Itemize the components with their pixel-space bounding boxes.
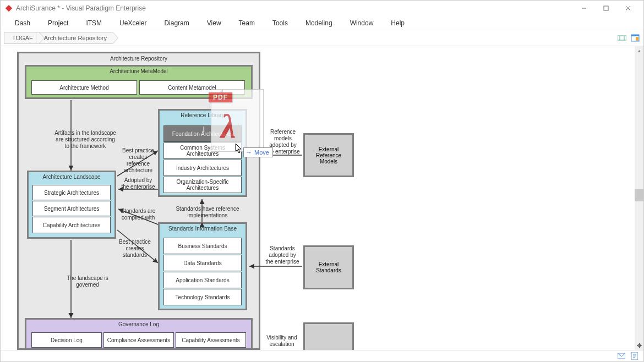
statusbar <box>1 350 643 361</box>
maximize-button[interactable] <box>595 1 617 16</box>
label-std-have-ref: Standards have reference implementations <box>174 206 241 219</box>
cell-capability-assessments[interactable]: Capability Assessments <box>176 332 246 348</box>
mail-icon[interactable] <box>617 352 626 360</box>
cell-compliance-assessments[interactable]: Compliance Assessments <box>103 332 174 348</box>
cell-technology-standards[interactable]: Technology Standards <box>163 289 242 305</box>
menu-window[interactable]: Window <box>341 17 383 29</box>
label-artifacts: Artifacts in the landscape are structure… <box>53 130 117 150</box>
cell-strategic-architectures[interactable]: Strategic Architectures <box>32 185 111 200</box>
breadcrumb: TOGAF Architecture Repository <box>1 30 643 46</box>
svg-rect-9 <box>631 35 639 36</box>
window-title: ArchiSurance * - Visual Paradigm Enterpr… <box>16 4 146 12</box>
menu-dash[interactable]: Dash <box>6 17 39 29</box>
cell-decision-log[interactable]: Decision Log <box>31 332 102 348</box>
cursor-icon <box>235 143 243 154</box>
breadcrumb-label: Architecture Repository <box>44 35 107 41</box>
label-std-compiled: Standards are compiled with <box>121 208 156 221</box>
pdf-badge: PDF <box>209 92 232 102</box>
resize-handle-icon[interactable]: ✥ <box>635 341 643 350</box>
pdf-drag-preview: PDF λ ↓ <box>211 89 264 152</box>
svg-rect-10 <box>636 37 638 41</box>
note-icon[interactable] <box>630 352 639 360</box>
vertical-scrollbar[interactable]: ▴ ▾ <box>635 46 643 350</box>
cell-architecture-method[interactable]: Architecture Method <box>31 80 137 95</box>
cell-application-standards[interactable]: Application Standards <box>163 272 242 288</box>
label-visibility: Visibility and escalation <box>265 334 299 348</box>
overview-icon[interactable] <box>617 33 627 43</box>
menu-help[interactable]: Help <box>382 17 413 29</box>
menubar: Dash Project ITSM UeXceler Diagram View … <box>1 16 643 30</box>
menu-uexceler[interactable]: UeXceler <box>111 17 155 29</box>
label-adopted: Adopted by the enterprise <box>121 177 156 190</box>
cell-business-standards[interactable]: Business Standards <box>163 238 242 254</box>
label-bestpractice-ref: Best practice creates reference architec… <box>121 147 156 174</box>
label-bestpractice-std: Best practice creates standards <box>114 239 156 259</box>
drag-tooltip: → Move <box>243 147 273 157</box>
scroll-thumb[interactable] <box>635 189 643 201</box>
drag-tooltip-label: Move <box>254 149 269 156</box>
menu-view[interactable]: View <box>198 17 230 29</box>
cell-data-standards[interactable]: Data Standards <box>163 255 242 271</box>
cell-segment-architectures[interactable]: Segment Architectures <box>32 201 111 216</box>
box-title: Governance Log <box>26 320 251 329</box>
menu-modeling[interactable]: Modeling <box>297 17 341 29</box>
app-logo-icon <box>5 4 13 12</box>
pdf-glyph-icon: λ <box>221 107 236 146</box>
canvas-wrap: Architecture Repository Architecture Met… <box>1 46 643 350</box>
label-std-adopted: Standards adopted by the enterprise <box>265 245 300 265</box>
download-arrow-icon: ↓ <box>201 123 206 135</box>
titlebar: ArchiSurance * - Visual Paradigm Enterpr… <box>1 1 643 16</box>
menu-tools[interactable]: Tools <box>264 17 297 29</box>
label-landscape-gov: The landscape is governed <box>66 275 110 288</box>
cell-capability-architectures[interactable]: Capability Architectures <box>32 217 111 233</box>
box-title: Standards Information Base <box>160 224 245 233</box>
breadcrumb-label: TOGAF <box>12 35 33 41</box>
breadcrumb-togaf[interactable]: TOGAF <box>4 32 39 44</box>
box-label: External Standards <box>307 261 350 273</box>
box-title: Architecture Landscape <box>29 172 114 182</box>
box-external-reference-models[interactable]: External Reference Models <box>303 133 354 177</box>
menu-itsm[interactable]: ITSM <box>77 17 111 29</box>
svg-marker-0 <box>6 5 12 12</box>
menu-team[interactable]: Team <box>230 17 264 29</box>
diagram-canvas[interactable]: Architecture Repository Architecture Met… <box>1 46 643 350</box>
box-external-cropped[interactable] <box>303 322 354 350</box>
panel-icon[interactable] <box>630 33 640 43</box>
box-title: Architecture MetaModel <box>26 67 251 76</box>
minimize-button[interactable] <box>573 1 595 16</box>
box-label: External Reference Models <box>307 146 350 164</box>
move-arrow-icon: → <box>245 149 252 156</box>
menu-diagram[interactable]: Diagram <box>155 17 198 29</box>
box-external-standards[interactable]: External Standards <box>303 245 354 289</box>
menu-project[interactable]: Project <box>39 17 77 29</box>
scroll-up-icon[interactable]: ▴ <box>635 46 643 55</box>
cell-organization-specific-architectures[interactable]: Organization-Specific Architectures <box>163 177 242 193</box>
close-button[interactable] <box>617 1 639 16</box>
breadcrumb-archrepo[interactable]: Architecture Repository <box>36 32 113 44</box>
svg-rect-2 <box>604 6 608 10</box>
box-title: Architecture Repository <box>19 53 259 64</box>
cell-industry-architectures[interactable]: Industry Architectures <box>163 160 242 176</box>
svg-rect-5 <box>618 36 626 40</box>
